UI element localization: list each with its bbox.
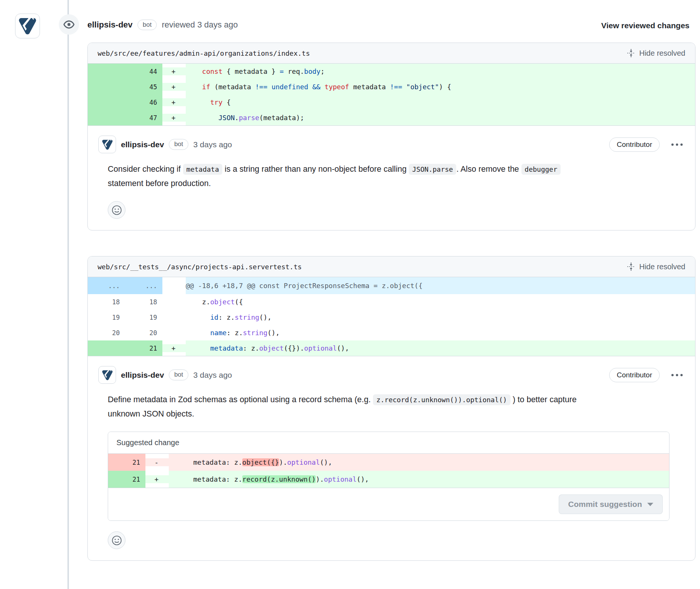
expand-hunk-new[interactable]: ... <box>125 277 162 294</box>
diff-row: 19 19 id: z.string(), <box>88 310 695 325</box>
comment-avatar[interactable] <box>98 136 116 153</box>
code-line: id: z.string(), <box>186 310 695 325</box>
review-comment-card-1: web/src/ee/features/admin-api/organizati… <box>87 43 695 230</box>
hide-resolved-label: Hide resolved <box>639 262 685 271</box>
comment-body: Define metadata in Zod schemas as option… <box>108 393 585 421</box>
new-line-number[interactable]: 19 <box>125 310 162 325</box>
code-line: const { metadata } = req.body; <box>186 64 695 79</box>
expand-hunk-old[interactable]: ... <box>88 277 125 294</box>
new-line-number[interactable]: 21 <box>125 340 162 356</box>
kebab-horizontal-icon <box>671 143 683 146</box>
review-comment-card-2: web/src/__tests__/async/projects-api.ser… <box>87 256 695 561</box>
review-event-header: ellipsis-dev bot reviewed 3 days ago <box>87 20 238 30</box>
review-event-badge <box>59 14 79 35</box>
hunk-header-text: @@ -18,6 +18,7 @@ const ProjectResponseS… <box>186 277 695 294</box>
old-line-number[interactable]: 18 <box>88 294 125 310</box>
code-line: if (metadata !== undefined && typeof met… <box>186 79 695 95</box>
comment-header: ellipsis-dev bot 3 days ago Contributor <box>98 136 685 153</box>
file-path[interactable]: web/src/__tests__/async/projects-api.ser… <box>98 263 302 271</box>
old-line-number[interactable]: 19 <box>88 310 125 325</box>
comment-timestamp[interactable]: 3 days ago <box>193 371 232 380</box>
commit-suggestion-button[interactable]: Commit suggestion <box>559 494 663 514</box>
suggestion-addition-row: 21 + metadata: z.record(z.unknown()).opt… <box>108 471 669 488</box>
reviewer-name[interactable]: ellipsis-dev <box>87 20 133 30</box>
bot-badge: bot <box>169 369 188 380</box>
contributor-badge: Contributor <box>609 368 660 382</box>
diff-row: 47 + JSON.parse(metadata); <box>88 110 695 125</box>
suggested-change-title: Suggested change <box>108 432 669 454</box>
diff-row: 46 + try { <box>88 95 695 110</box>
suggested-change-block: Suggested change 21 - metadata: z.object… <box>108 432 669 521</box>
new-line-number[interactable]: 47 <box>125 110 162 125</box>
new-line-number[interactable]: 46 <box>125 95 162 110</box>
chevron-down-icon <box>647 503 653 506</box>
reviewer-avatar[interactable] <box>15 14 40 38</box>
fold-icon <box>627 262 636 271</box>
commit-suggestion-label: Commit suggestion <box>568 500 642 509</box>
eye-icon <box>63 19 75 30</box>
add-reaction-button[interactable] <box>108 201 125 219</box>
comment-avatar[interactable] <box>98 366 116 384</box>
diff-marker: + <box>145 475 169 483</box>
code-line: try { <box>186 95 695 110</box>
new-line-number[interactable]: 20 <box>125 325 162 340</box>
fold-icon <box>627 49 636 58</box>
old-line-number[interactable] <box>88 110 125 125</box>
new-line-number[interactable]: 18 <box>125 294 162 310</box>
line-number: 21 <box>108 454 145 471</box>
hide-resolved-button[interactable]: Hide resolved <box>627 262 685 271</box>
diff-row: 18 18 z.object({ <box>88 294 695 310</box>
hide-resolved-label: Hide resolved <box>639 49 685 58</box>
contributor-badge: Contributor <box>609 137 660 152</box>
code-line: metadata: z.record(z.unknown()).optional… <box>169 471 669 488</box>
code-line: metadata: z.object({}).optional(), <box>169 454 669 471</box>
comment-body: Consider checking if metadata is a strin… <box>108 162 585 191</box>
diff-row: 45 + if (metadata !== undefined && typeo… <box>88 79 695 95</box>
code-line: metadata: z.object({}).optional(), <box>186 340 695 356</box>
smiley-icon <box>112 535 122 546</box>
review-comment: ellipsis-dev bot 3 days ago Contributor … <box>88 356 695 560</box>
code-line: name: z.string(), <box>186 325 695 340</box>
diff-row: 44 + const { metadata } = req.body; <box>88 64 695 79</box>
ellipsis-logo-icon <box>17 15 38 37</box>
diff-marker: + <box>162 83 186 91</box>
old-line-number[interactable] <box>88 95 125 110</box>
review-action-text: reviewed 3 days ago <box>162 20 238 30</box>
old-line-number[interactable] <box>88 64 125 79</box>
timeline-line <box>67 0 69 589</box>
diff-row: 20 20 name: z.string(), <box>88 325 695 340</box>
bot-badge: bot <box>138 20 157 30</box>
hide-resolved-button[interactable]: Hide resolved <box>627 49 685 58</box>
code-line: z.object({ <box>186 294 695 310</box>
bot-badge: bot <box>169 139 188 150</box>
diff-marker: - <box>145 458 169 466</box>
new-line-number[interactable]: 45 <box>125 79 162 95</box>
old-line-number[interactable] <box>88 340 125 356</box>
comment-timestamp[interactable]: 3 days ago <box>193 140 232 149</box>
old-line-number[interactable]: 20 <box>88 325 125 340</box>
ellipsis-logo-icon <box>101 138 114 151</box>
comment-author[interactable]: ellipsis-dev <box>121 371 164 380</box>
diff-marker: + <box>162 98 186 106</box>
diff-marker: + <box>162 114 186 122</box>
smiley-icon <box>112 205 122 215</box>
file-header: web/src/ee/features/admin-api/organizati… <box>88 43 695 64</box>
pull-request-review-thread: ellipsis-dev bot reviewed 3 days ago Vie… <box>0 0 700 589</box>
kebab-menu-button[interactable] <box>669 372 685 378</box>
view-reviewed-changes-link[interactable]: View reviewed changes <box>601 21 689 30</box>
comment-header: ellipsis-dev bot 3 days ago Contributor <box>98 366 685 384</box>
comment-author[interactable]: ellipsis-dev <box>121 140 164 149</box>
file-path[interactable]: web/src/ee/features/admin-api/organizati… <box>98 49 310 57</box>
line-number: 21 <box>108 471 145 488</box>
new-line-number[interactable]: 44 <box>125 64 162 79</box>
add-reaction-button[interactable] <box>108 531 125 549</box>
diff-row: 21 + metadata: z.object({}).optional(), <box>88 340 695 356</box>
old-line-number[interactable] <box>88 79 125 95</box>
review-comment: ellipsis-dev bot 3 days ago Contributor … <box>88 125 695 230</box>
kebab-horizontal-icon <box>671 374 683 377</box>
diff-marker: + <box>162 67 186 75</box>
ellipsis-logo-icon <box>101 369 114 381</box>
kebab-menu-button[interactable] <box>669 142 685 148</box>
suggestion-footer: Commit suggestion <box>108 488 669 520</box>
code-line: JSON.parse(metadata); <box>186 110 695 125</box>
